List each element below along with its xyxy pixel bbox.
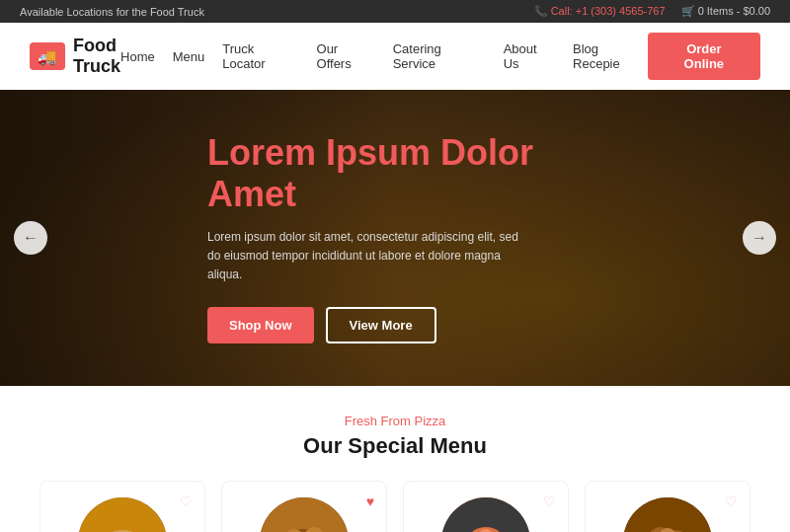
menu-card-2: ♥ Menu Item 2 4.9 ★★★★★ (200) bbox=[221, 481, 387, 532]
cart-text: 🛒 0 Items - $0.00 bbox=[681, 5, 770, 18]
cart-icon: 🛒 bbox=[681, 5, 695, 17]
heart-icon-3[interactable]: ♡ bbox=[543, 494, 556, 509]
order-online-button[interactable]: Order Online bbox=[648, 33, 760, 80]
logo-icon: 🚚 bbox=[30, 42, 65, 70]
heart-icon-1[interactable]: ♡ bbox=[180, 494, 193, 509]
menu-subtitle: Fresh From Pizza bbox=[30, 414, 760, 428]
hero-subtitle: Lorem ipsum dolor sit amet, consectetur … bbox=[207, 228, 523, 285]
svg-point-0 bbox=[78, 497, 167, 532]
hero-title: Lorem Ipsum Dolor Amet bbox=[207, 132, 583, 214]
nav-blog[interactable]: Blog Recepie bbox=[573, 41, 648, 71]
main-nav: Home Menu Truck Locator Our Offers Cater… bbox=[120, 41, 648, 71]
food-image-2 bbox=[260, 497, 349, 532]
food-image-4 bbox=[623, 497, 712, 532]
hero-background: Lorem Ipsum Dolor Amet Lorem ipsum dolor… bbox=[0, 90, 790, 386]
menu-card-4: ♡ Menu Item 4 4.9 ★★★★★ (200) bbox=[585, 481, 750, 532]
logo-text: Food Truck bbox=[73, 36, 120, 76]
heart-icon-4[interactable]: ♡ bbox=[725, 494, 738, 509]
announcement-text: Available Locations for the Food Truck bbox=[20, 6, 204, 18]
hero-buttons: Shop Now View More bbox=[207, 307, 583, 343]
nav-truck-locator[interactable]: Truck Locator bbox=[222, 41, 298, 71]
hero-prev-button[interactable]: ← bbox=[14, 221, 47, 255]
nav-catering[interactable]: Catering Service bbox=[393, 41, 486, 71]
menu-cards: ♡ Menu Item 1 4.9 ★★★★★ (200) ♥ Menu Ite… bbox=[30, 481, 760, 532]
nav-home[interactable]: Home bbox=[120, 49, 155, 64]
logo: 🚚 Food Truck bbox=[30, 36, 120, 76]
heart-icon-2[interactable]: ♥ bbox=[366, 494, 374, 509]
nav-menu[interactable]: Menu bbox=[173, 49, 205, 64]
top-bar: Available Locations for the Food Truck 📞… bbox=[0, 0, 790, 23]
phone-icon: 📞 bbox=[534, 5, 548, 17]
header: 🚚 Food Truck Home Menu Truck Locator Our… bbox=[0, 23, 790, 90]
shop-now-button[interactable]: Shop Now bbox=[207, 307, 314, 343]
hero-next-button[interactable]: → bbox=[743, 221, 776, 255]
nav-offers[interactable]: Our Offers bbox=[317, 41, 375, 71]
view-more-button[interactable]: View More bbox=[326, 307, 436, 343]
menu-section: Fresh From Pizza Our Special Menu ♡ Menu… bbox=[0, 386, 790, 532]
hero-section: Lorem Ipsum Dolor Amet Lorem ipsum dolor… bbox=[0, 90, 790, 386]
menu-card-1: ♡ Menu Item 1 4.9 ★★★★★ (200) bbox=[40, 481, 205, 532]
menu-title: Our Special Menu bbox=[30, 433, 760, 459]
svg-point-11 bbox=[623, 497, 712, 532]
hero-content: Lorem Ipsum Dolor Amet Lorem ipsum dolor… bbox=[148, 132, 642, 342]
top-bar-right: 📞 Call: +1 (303) 4565-767 🛒 0 Items - $0… bbox=[534, 5, 770, 18]
phone-text: 📞 Call: +1 (303) 4565-767 bbox=[534, 5, 666, 18]
nav-about[interactable]: About Us bbox=[504, 41, 555, 71]
svg-point-8 bbox=[441, 497, 530, 532]
food-image-1 bbox=[78, 497, 167, 532]
menu-card-3: ♡ Menu Item 3 4.9 ★★★★★ (200) bbox=[403, 481, 569, 532]
food-image-3 bbox=[441, 497, 530, 532]
svg-point-3 bbox=[260, 497, 349, 532]
